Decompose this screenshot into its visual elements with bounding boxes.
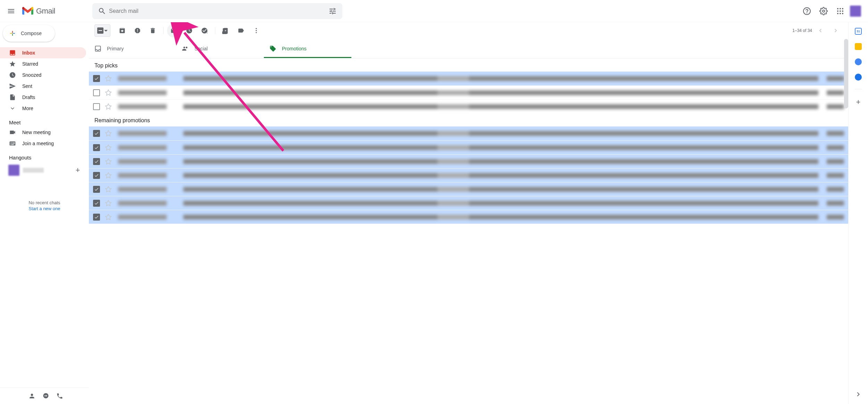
meet-section-title: Meet: [0, 114, 89, 127]
menu-icon: [7, 7, 15, 15]
move-to-button[interactable]: [219, 24, 233, 38]
keyboard-icon: [9, 140, 16, 147]
collapse-panel-button[interactable]: [854, 390, 862, 398]
sidebar-item-snoozed[interactable]: Snoozed: [0, 69, 86, 81]
subject-redacted: [183, 201, 818, 206]
hangouts-add-button[interactable]: +: [72, 165, 83, 176]
mail-row[interactable]: [89, 196, 848, 210]
nav-label: More: [22, 106, 33, 111]
video-icon: [9, 129, 16, 136]
tab-primary[interactable]: Primary: [89, 39, 176, 58]
archive-button[interactable]: [115, 24, 129, 38]
main-content: 1–34 of 34 PrimarySocialPromotions Top p…: [89, 22, 849, 404]
mark-read-icon: [170, 27, 177, 34]
meet-item-join-a-meeting[interactable]: Join a meeting: [0, 138, 89, 149]
tasks-app-button[interactable]: [855, 58, 862, 65]
contacts-app-button[interactable]: [855, 74, 862, 81]
support-button[interactable]: [800, 4, 814, 18]
mail-row[interactable]: [89, 154, 848, 168]
mail-row[interactable]: [89, 72, 848, 85]
subject-redacted: [183, 187, 818, 192]
search-bar[interactable]: [92, 3, 342, 19]
select-all-checkbox[interactable]: [94, 24, 110, 37]
star-button[interactable]: [105, 158, 112, 165]
star-button[interactable]: [105, 75, 112, 82]
search-button[interactable]: [95, 7, 109, 15]
star-button[interactable]: [105, 200, 112, 207]
dropdown-arrow-icon: [104, 30, 108, 32]
next-page-button[interactable]: [829, 24, 843, 38]
star-button[interactable]: [105, 89, 112, 96]
apps-button[interactable]: [833, 4, 847, 18]
row-checkbox[interactable]: [93, 158, 100, 165]
star-button[interactable]: [105, 103, 112, 110]
clock-icon: [186, 27, 193, 34]
sidebar-item-drafts[interactable]: Drafts: [0, 92, 86, 103]
mail-row[interactable]: [89, 210, 848, 224]
star-button[interactable]: [105, 144, 112, 151]
gmail-logo-icon: [22, 7, 33, 15]
sidebar-item-inbox[interactable]: Inbox: [0, 47, 86, 58]
svg-point-2: [823, 10, 825, 12]
row-checkbox[interactable]: [93, 172, 100, 179]
gmail-logo[interactable]: Gmail: [19, 7, 89, 16]
star-button[interactable]: [105, 172, 112, 179]
mail-row[interactable]: [89, 182, 848, 196]
keep-app-button[interactable]: [855, 43, 862, 50]
apps-icon: [836, 7, 844, 15]
folder-move-icon: [222, 27, 229, 34]
phone-tab[interactable]: [53, 389, 67, 403]
star-button[interactable]: [105, 130, 112, 137]
search-options-button[interactable]: [326, 7, 340, 15]
report-spam-button[interactable]: [131, 24, 144, 38]
meet-item-new-meeting[interactable]: New meeting: [0, 127, 89, 138]
mail-row[interactable]: [89, 140, 848, 154]
row-checkbox[interactable]: [93, 186, 100, 193]
mark-as-read-button[interactable]: [167, 24, 181, 38]
hangouts-user-row[interactable]: +: [0, 162, 89, 176]
scrollbar[interactable]: [844, 39, 848, 108]
compose-button[interactable]: Compose: [3, 25, 55, 42]
date-redacted: [827, 201, 844, 206]
star-icon: [9, 60, 16, 67]
row-checkbox[interactable]: [93, 214, 100, 221]
calendar-app-button[interactable]: 31: [855, 28, 862, 35]
sidebar-item-starred[interactable]: Starred: [0, 58, 86, 69]
sidebar-item-sent[interactable]: Sent: [0, 81, 86, 92]
row-checkbox[interactable]: [93, 103, 100, 110]
clock-icon: [9, 72, 16, 79]
chevron-left-icon: [817, 27, 824, 34]
row-checkbox[interactable]: [93, 75, 100, 82]
add-to-tasks-button[interactable]: [198, 24, 211, 38]
snooze-button[interactable]: [182, 24, 196, 38]
row-checkbox[interactable]: [93, 130, 100, 137]
hangouts-tab[interactable]: [39, 389, 53, 403]
search-input[interactable]: [109, 8, 326, 14]
star-button[interactable]: [105, 186, 112, 193]
delete-button[interactable]: [146, 24, 160, 38]
add-app-button[interactable]: +: [856, 98, 861, 107]
tab-promotions[interactable]: Promotions: [264, 39, 351, 58]
checkbox-indeterminate-icon: [97, 27, 103, 34]
star-button[interactable]: [105, 214, 112, 221]
sidebar-item-more[interactable]: More: [0, 103, 86, 114]
mail-row[interactable]: [89, 168, 848, 182]
row-checkbox[interactable]: [93, 144, 100, 151]
mail-row[interactable]: [89, 126, 848, 140]
start-new-chat-link[interactable]: Start a new one: [0, 206, 89, 211]
settings-button[interactable]: [817, 4, 831, 18]
header: Gmail: [0, 0, 868, 22]
prev-page-button[interactable]: [813, 24, 827, 38]
mail-row[interactable]: [89, 85, 848, 99]
tab-social[interactable]: Social: [176, 39, 264, 58]
account-avatar[interactable]: [850, 6, 861, 17]
contacts-tab[interactable]: [25, 389, 39, 403]
label-icon: [237, 27, 244, 34]
row-checkbox[interactable]: [93, 200, 100, 207]
row-checkbox[interactable]: [93, 89, 100, 96]
more-button[interactable]: [249, 24, 263, 38]
labels-button[interactable]: [234, 24, 248, 38]
mail-row[interactable]: [89, 99, 848, 113]
main-menu-button[interactable]: [3, 3, 19, 19]
tab-label: Promotions: [282, 46, 307, 51]
